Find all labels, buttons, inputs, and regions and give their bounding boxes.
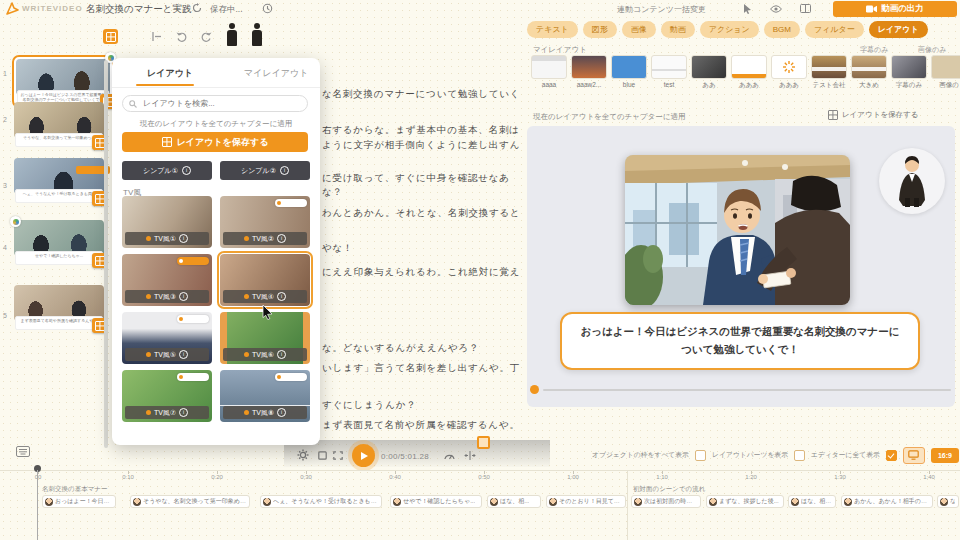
fullscreen-icon[interactable] <box>333 451 343 460</box>
layout-thumb-tv5[interactable]: TV風⑤ <box>122 312 212 364</box>
history-icon[interactable] <box>262 3 273 14</box>
layout-thumb-simple1[interactable]: シンプル① <box>122 161 212 180</box>
info-icon[interactable] <box>277 408 286 417</box>
layout-search-input[interactable] <box>141 98 301 109</box>
playback-speed-icon[interactable] <box>444 451 455 460</box>
refresh-icon[interactable] <box>192 3 202 13</box>
tab-bgm[interactable]: BGM <box>764 21 800 38</box>
active-tab-underline <box>136 84 194 86</box>
timeline[interactable]: 00 0:10 0:20 0:30 0:40 0:50 1:00 1:10 1:… <box>0 470 960 540</box>
layout-thumb-simple2[interactable]: シンプル② <box>220 161 310 180</box>
character-figure-icon[interactable] <box>227 23 237 46</box>
my-layout-item[interactable]: test <box>651 55 687 90</box>
save-layout-button[interactable]: レイアウトを保存する <box>122 132 308 152</box>
tab-video[interactable]: 動画 <box>661 21 695 38</box>
scroll-indicator[interactable] <box>477 436 490 449</box>
chapter-item-2[interactable]: そうやな、名刺交換って第一印象めっ... <box>14 102 104 147</box>
layout-thumb-tv3[interactable]: TV風③ <box>122 254 212 306</box>
subtitle-segment[interactable]: そのとおり！目見て笑... <box>546 495 626 508</box>
script-editor[interactable]: な名刺交換のマナーについて勉強していく 右するからな。まず基本中の基本、名刺は … <box>320 55 520 439</box>
subtitle-segment[interactable]: せやで！確認したらちゃ... <box>390 495 482 508</box>
export-video-button[interactable]: 動画の出力 <box>833 1 957 17</box>
layout-thumb-tv4-selected[interactable]: TV風④ <box>220 254 310 306</box>
book-icon[interactable] <box>800 4 811 13</box>
ratio-16-9-button[interactable]: 16:9 <box>931 448 959 463</box>
tab-filter[interactable]: フィルター <box>805 21 864 38</box>
speaker-avatar-icon <box>549 498 557 506</box>
my-layout-item[interactable]: aaaw2... <box>571 55 607 90</box>
cursor-tool-icon[interactable] <box>743 4 752 14</box>
my-layout-item[interactable]: aaaa <box>531 55 567 90</box>
redo-icon[interactable] <box>200 31 212 42</box>
layout-thumb-tv8[interactable]: TV風⑧ <box>220 370 310 422</box>
my-layout-item[interactable]: blue <box>611 55 647 90</box>
show-object-frames-checkbox[interactable] <box>695 450 706 461</box>
layout-anchor-button[interactable] <box>103 29 118 44</box>
apply-all-chapters-link[interactable]: 現在のレイアウトを全てのチャプターに適用 <box>533 112 685 122</box>
layout-search-box[interactable] <box>122 95 308 112</box>
show-layout-parts-checkbox[interactable] <box>794 450 805 461</box>
chapter-caption: せやで！確認したらちゃ... <box>15 251 104 265</box>
progress-line[interactable] <box>543 389 951 391</box>
sync-content-label[interactable]: 連動コンテンツ一括変更 <box>617 4 706 15</box>
tab-text[interactable]: テキスト <box>527 21 578 38</box>
subtitle-segment[interactable]: ほな、相... <box>487 495 541 508</box>
subtitle-segment[interactable]: おっはよー！今日はビ... <box>42 495 116 508</box>
subtitle-segment[interactable]: あかん、あかん！相手の名... <box>841 495 933 508</box>
chapter-item-5[interactable]: まず表面見て名前や所属を確認するんや。 <box>14 285 104 330</box>
character-figure-icon[interactable] <box>252 23 262 46</box>
chapter-item-1[interactable]: おっはよー！今日はビジネスの世界で超重要な名刺交換のマナーについて勉強していくで… <box>12 55 114 108</box>
chapter-item-4[interactable]: せやで！確認したらちゃ... <box>14 220 104 265</box>
my-layout-item[interactable]: 画像の <box>931 55 960 90</box>
play-button[interactable] <box>352 444 375 467</box>
my-layout-item[interactable]: あああ <box>731 55 767 90</box>
info-icon[interactable] <box>179 350 188 359</box>
keyboard-shortcut-icon[interactable] <box>16 446 30 457</box>
info-icon[interactable] <box>182 166 191 175</box>
subtitle-segment[interactable]: ほな、相手... <box>788 495 836 508</box>
info-icon[interactable] <box>277 350 286 359</box>
subtitle-segment[interactable]: なる... <box>937 495 959 508</box>
monitor-view-button[interactable] <box>903 447 925 464</box>
info-icon[interactable] <box>277 234 286 243</box>
info-icon[interactable] <box>179 234 188 243</box>
my-layout-item[interactable]: 大きめ <box>851 55 887 90</box>
tab-image[interactable]: 画像 <box>622 21 656 38</box>
tab-layout[interactable]: レイアウト <box>869 21 928 38</box>
info-icon[interactable] <box>280 166 289 175</box>
layout-thumb-tv1[interactable]: TV風① <box>122 196 212 248</box>
show-all-in-editor-checkbox[interactable] <box>886 450 897 461</box>
subtitle-segment[interactable]: そうやな、名刺交換って第一印象めっ... <box>130 495 250 508</box>
scene-image[interactable] <box>625 155 850 305</box>
popup-tab-mylayout[interactable]: マイレイアウト <box>244 67 308 80</box>
settings-gear-icon[interactable] <box>297 449 309 461</box>
info-icon[interactable] <box>179 292 188 301</box>
layout-thumb-tv2[interactable]: TV風② <box>220 196 310 248</box>
speaker-avatar-icon <box>940 498 948 506</box>
subtitle-segment[interactable]: 次は初対面の時の... <box>631 495 701 508</box>
stop-icon[interactable] <box>318 451 327 460</box>
info-icon[interactable] <box>179 408 188 417</box>
info-icon[interactable] <box>277 292 286 301</box>
my-layout-item[interactable]: テスト会社 <box>811 55 847 90</box>
subtitle-segment[interactable]: まずな、挨拶した後... <box>706 495 784 508</box>
chapter-item-3[interactable]: へぇ、そうなんや！受け取るときも両... <box>14 158 104 203</box>
tab-shape[interactable]: 図形 <box>583 21 617 38</box>
tab-action[interactable]: アクション <box>700 21 759 38</box>
sidebar-scrollbar[interactable] <box>104 60 108 448</box>
undo-icon[interactable] <box>176 31 188 42</box>
subtitle-segment[interactable]: へぇ、そうなんや！受け取るときも両... <box>260 495 382 508</box>
save-layout-link[interactable]: レイアウトを保存する <box>828 110 918 120</box>
progress-handle[interactable] <box>530 385 539 394</box>
my-layout-item-loading[interactable]: あああ <box>771 55 807 90</box>
popup-tab-layout[interactable]: レイアウト <box>147 67 193 80</box>
eye-icon[interactable] <box>770 5 782 13</box>
apply-all-chapters-link[interactable]: 現在のレイアウトを全てのチャプターに適用 <box>112 119 320 129</box>
subtitle-box[interactable]: おっはよー！今日はビジネスの世界で超重要な名刺交換のマナーについて勉強していくで… <box>560 312 920 370</box>
layout-thumb-tv7[interactable]: TV風⑦ <box>122 370 212 422</box>
panel-toggle-icon[interactable] <box>151 31 162 42</box>
my-layout-item[interactable]: ああ <box>691 55 727 90</box>
my-layout-item[interactable]: 字幕のみ <box>891 55 927 90</box>
presenter-avatar[interactable] <box>879 148 945 214</box>
fit-width-icon[interactable] <box>464 451 476 460</box>
